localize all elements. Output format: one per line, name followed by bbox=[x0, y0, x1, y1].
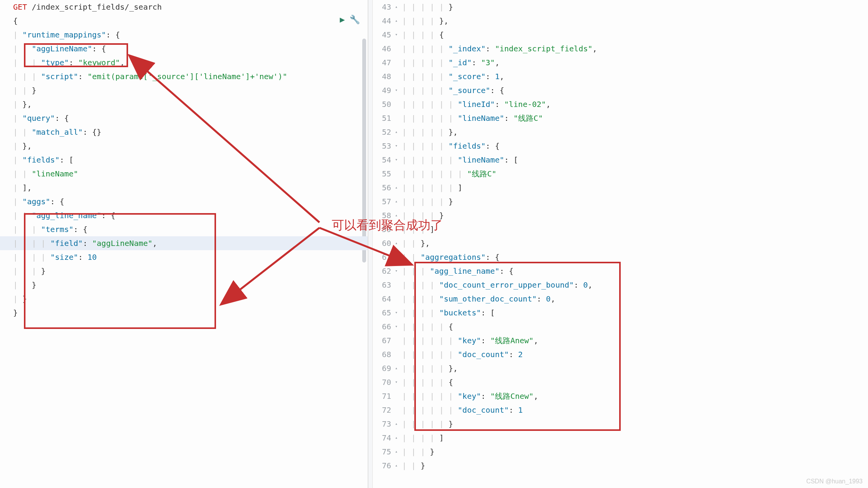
code-line[interactable]: 49▾| | | | | "_source": { bbox=[373, 83, 868, 97]
code-line[interactable]: 58▴| | | | } bbox=[373, 208, 868, 222]
code-line[interactable]: 61▾| | "aggregations": { bbox=[373, 250, 868, 264]
response-code[interactable]: 43▴| | | | | }44▴| | | | },45▾| | | | {4… bbox=[373, 0, 868, 473]
request-panel: ▶ 🔧 GET /index_script_fields/_search{| "… bbox=[0, 0, 368, 488]
editor-split-view: ▶ 🔧 GET /index_script_fields/_search{| "… bbox=[0, 0, 868, 488]
code-line[interactable]: | | "agg_line_name": { bbox=[0, 208, 368, 222]
code-line[interactable]: 62▾| | | "agg_line_name": { bbox=[373, 264, 868, 278]
code-line[interactable]: | "fields": [ bbox=[0, 153, 368, 167]
panel-divider[interactable]: ⋮⋮ bbox=[368, 0, 373, 488]
code-line[interactable]: | "runtime_mappings": { bbox=[0, 28, 368, 42]
code-line[interactable]: 64| | | | "sum_other_doc_count": 0, bbox=[373, 292, 868, 306]
response-panel: 43▴| | | | | }44▴| | | | },45▾| | | | {4… bbox=[373, 0, 868, 488]
code-line[interactable]: | "aggs": { bbox=[0, 195, 368, 208]
code-line[interactable]: 60▴| | }, bbox=[373, 236, 868, 250]
code-line[interactable]: 47| | | | | "_id": "3", bbox=[373, 56, 868, 69]
code-line[interactable]: | | | "terms": { bbox=[0, 222, 368, 236]
code-line[interactable]: | }, bbox=[0, 97, 368, 111]
code-line[interactable]: | }, bbox=[0, 139, 368, 153]
code-line[interactable]: 48| | | | | "_score": 1, bbox=[373, 69, 868, 83]
code-line[interactable]: | | "aggLineName": { bbox=[0, 42, 368, 56]
code-line[interactable]: 53▾| | | | | "fields": { bbox=[373, 139, 868, 153]
code-line[interactable]: | | | | "field": "aggLineName", bbox=[0, 236, 368, 250]
code-line[interactable]: 44▴| | | | }, bbox=[373, 14, 868, 28]
code-line[interactable]: 71| | | | | | "key": "线路Cnew", bbox=[373, 389, 868, 403]
code-line[interactable]: } bbox=[0, 306, 368, 320]
code-line[interactable]: | } bbox=[0, 292, 368, 306]
code-line[interactable]: | ], bbox=[0, 181, 368, 195]
code-line[interactable]: { bbox=[0, 14, 368, 28]
code-line[interactable]: 67| | | | | | "key": "线路Anew", bbox=[373, 334, 868, 347]
code-line[interactable]: | | "lineName" bbox=[0, 167, 368, 181]
code-line[interactable]: | | } bbox=[0, 83, 368, 97]
code-line[interactable]: | | } bbox=[0, 278, 368, 292]
code-line[interactable]: 55| | | | | | | "线路C" bbox=[373, 167, 868, 181]
code-line[interactable]: 56▴| | | | | | ] bbox=[373, 181, 868, 195]
code-line[interactable]: | | | | "size": 10 bbox=[0, 250, 368, 264]
code-line[interactable]: 76▴| | } bbox=[373, 459, 868, 473]
code-line[interactable]: 54▾| | | | | | "lineName": [ bbox=[373, 153, 868, 167]
code-line[interactable]: 63| | | | "doc_count_error_upper_bound":… bbox=[373, 278, 868, 292]
code-line[interactable]: | | "match_all": {} bbox=[0, 125, 368, 139]
code-line[interactable]: 45▾| | | | { bbox=[373, 28, 868, 42]
code-line[interactable]: 66▾| | | | | { bbox=[373, 320, 868, 334]
watermark: CSDN @huan_1993 bbox=[806, 478, 863, 485]
code-line[interactable]: | | | "script": "emit(params['_source'][… bbox=[0, 69, 368, 83]
code-line[interactable]: 57▴| | | | | } bbox=[373, 195, 868, 208]
code-line[interactable]: 68| | | | | | "doc_count": 2 bbox=[373, 347, 868, 361]
code-line[interactable]: 75▴| | | } bbox=[373, 445, 868, 459]
code-line[interactable]: 74▴| | | | ] bbox=[373, 431, 868, 445]
code-line[interactable]: 59▴| | | ] bbox=[373, 222, 868, 236]
code-line[interactable]: 65▾| | | | "buckets": [ bbox=[373, 306, 868, 320]
request-code[interactable]: GET /index_script_fields/_search{| "runt… bbox=[0, 0, 368, 320]
code-line[interactable]: 73▴| | | | | } bbox=[373, 417, 868, 431]
code-line[interactable]: 43▴| | | | | } bbox=[373, 0, 868, 14]
code-line[interactable]: 46| | | | | "_index": "index_script_fiel… bbox=[373, 42, 868, 56]
code-line[interactable]: 51| | | | | | "lineName": "线路C" bbox=[373, 111, 868, 125]
code-line[interactable]: 70▾| | | | | { bbox=[373, 375, 868, 389]
code-line[interactable]: | "query": { bbox=[0, 111, 368, 125]
code-line[interactable]: 50| | | | | | "lineId": "line-02", bbox=[373, 97, 868, 111]
code-line[interactable]: 72| | | | | | "doc_count": 1 bbox=[373, 403, 868, 417]
code-line[interactable]: 69▴| | | | | }, bbox=[373, 361, 868, 375]
code-line[interactable]: | | | "type": "keyword", bbox=[0, 56, 368, 69]
code-line[interactable]: 52▴| | | | | }, bbox=[373, 125, 868, 139]
code-line[interactable]: | | | } bbox=[0, 264, 368, 278]
request-line[interactable]: GET /index_script_fields/_search bbox=[0, 0, 368, 14]
